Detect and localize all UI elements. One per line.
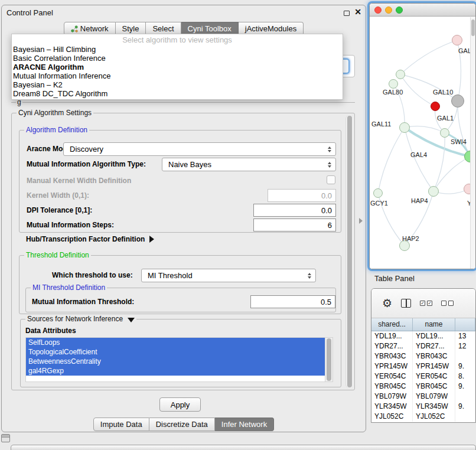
column-header-name[interactable]: name [413,318,455,331]
network-node[interactable] [440,128,449,138]
table-cell: 9. [455,381,475,392]
network-scrollbar[interactable] [470,17,475,269]
deselect-all-icon[interactable] [441,301,454,306]
mi-threshold-input[interactable]: 0.5 [250,295,335,308]
algorithm-option-basic-correlation-inference[interactable]: Basic Correlation Inference [12,54,343,63]
settings-gear-icon[interactable]: ⚙ [382,298,392,309]
network-window-titlebar[interactable] [370,4,475,17]
which-threshold-label: Which threshold to use: [52,271,133,279]
algorithm-option-dream8-dc-tdc-algorithm[interactable]: Dream8 DC_TDC Algorithm [12,89,343,98]
algorithm-option-bayesian-hill-climbing[interactable]: Bayesian – Hill Climbing [12,45,343,54]
table-row[interactable]: YDL19...YDL19...13 [371,331,475,341]
chevron-down-icon [128,318,135,322]
table-row[interactable]: YBL079WYBL079W [371,392,475,402]
mi-steps-input[interactable]: 6 [253,219,336,231]
attribute-gal4rgexp[interactable]: gal4RGexp [26,366,325,376]
table-row[interactable]: YER054CYER054C8. [371,371,475,381]
apply-button[interactable]: Apply [159,397,201,412]
network-canvas[interactable]: GALGAL80GAL10GAL1GAL11SWI4GAL4GCY1HAP4YH… [370,17,475,269]
network-node[interactable] [428,186,439,197]
table-panel-title: Table Panel [374,274,415,283]
table-row[interactable]: YLR345WYLR345W9. [371,402,475,412]
sources-section-toggle[interactable]: Sources for Network Inference [25,315,136,323]
table-row[interactable]: YJL052CYJL052C [371,412,475,422]
network-edge[interactable] [458,101,470,156]
node-label-gal: GAL [458,47,471,54]
network-node[interactable] [389,79,398,89]
manual-kernel-checkbox [327,175,335,184]
table-cell: YJL052C [371,412,413,422]
algorithm-option-bayesian-k2[interactable]: Bayesian – K2 [12,80,343,89]
tab-discretize-data[interactable]: Discretize Data [149,418,215,431]
table-cell: YBR045C [371,381,413,392]
column-header-shared[interactable]: shared... [371,318,413,331]
minimized-panel-icon[interactable] [1,434,10,442]
data-attributes-list[interactable]: SelfLoopsTopologicalCoefficientBetweenne… [25,337,333,382]
aracne-mode-select[interactable]: Discovery [63,142,336,156]
tab-impute-data[interactable]: Impute Data [93,418,149,431]
control-panel-window: Control Panel ✕ NetworkStyleSelectCyni T… [1,5,366,432]
table-row[interactable]: YPR145WYPR145W9. [371,361,475,371]
dpi-tolerance-label: DPI Tolerance [0,1]: [27,206,92,214]
table-cell: YBR043C [371,351,413,361]
table-cell: YDL19... [413,331,455,341]
sources-group: Sources for Network Inference Data Attri… [20,319,341,387]
network-edge[interactable] [378,128,405,193]
network-node[interactable] [451,94,464,107]
hub-section-toggle[interactable]: Hub/Transcription Factor Definition [26,235,154,243]
algorithm-dropdown-popup: Select algorithm to view settings Bayesi… [11,34,343,100]
popup-placeholder: Select algorithm to view settings [12,35,343,45]
network-node[interactable] [373,188,383,198]
attribute-betweennesscentrality[interactable]: BetweennessCentrality [26,357,325,366]
close-traffic-light-icon[interactable] [374,6,382,14]
table-row[interactable]: YDR27...YDR27...12 [371,341,475,351]
network-edge[interactable] [400,40,457,74]
which-threshold-select[interactable]: MI Threshold [141,269,316,282]
column-header-col3[interactable] [455,318,475,331]
dpi-tolerance-input[interactable]: 0.0 [253,204,336,217]
network-node[interactable] [452,35,462,45]
table-cell: YBL079W [413,392,455,402]
minimize-traffic-light-icon[interactable] [385,6,392,14]
tab-infer-network[interactable]: Infer Network [215,418,274,431]
node-label-gal11: GAL11 [371,120,391,128]
table-row[interactable]: YBR045CYBR045C9. [371,381,475,392]
network-node[interactable] [431,102,440,111]
attribute-topologicalcoefficient[interactable]: TopologicalCoefficient [26,347,325,357]
node-label-hap2: HAP2 [402,235,419,242]
table-cell: YJL052C [413,412,455,422]
bottom-window-edge[interactable] [11,445,476,450]
network-window[interactable]: GALGAL80GAL10GAL1GAL11SWI4GAL4GCY1HAP4YH… [369,3,476,269]
table-cell [455,392,475,402]
attributes-scrollbar[interactable] [325,338,332,381]
table-row[interactable]: YBR043CYBR043C [371,351,475,361]
tab-label: Impute Data [100,420,142,429]
chevron-right-icon [149,236,154,243]
mi-algorithm-type-value: Naive Bayes [168,160,211,169]
mi-threshold-group: MI Threshold Definition Mutual Informati… [25,288,336,312]
float-window-icon[interactable] [344,11,350,16]
network-icon [71,25,78,32]
close-icon[interactable]: ✕ [354,7,361,17]
mi-threshold-label: Mutual Information Threshold: [32,298,134,306]
mi-steps-label: Mutual Information Steps: [27,221,114,229]
select-all-icon[interactable]: ✓✓ [420,301,432,306]
network-edge[interactable] [400,74,458,101]
which-threshold-value: MI Threshold [148,271,193,280]
attribute-selfloops[interactable]: SelfLoops [26,338,325,347]
algorithm-definition-group: Algorithm Definition Aracne Mode: Discov… [19,130,341,233]
aracne-mode-value: Discovery [70,145,103,154]
sources-section-label: Sources for Network Inference [27,315,123,323]
network-node[interactable] [396,70,405,79]
algorithm-option-aracne-algorithm[interactable]: ARACNE Algorithm [12,63,343,71]
node-label-hap4: HAP4 [411,197,428,204]
mi-algorithm-type-select[interactable]: Naive Bayes [162,158,336,171]
zoom-traffic-light-icon[interactable] [396,6,403,14]
table-cell: YER054C [413,371,455,381]
algorithm-option-mutual-information-inference[interactable]: Mutual Information Inference [12,71,343,80]
settings-scrollbar[interactable] [345,115,353,388]
column-view-icon[interactable] [401,299,411,308]
table-cell: YDR27... [371,341,413,351]
panel-collapse-icon[interactable] [359,218,363,224]
network-node[interactable] [399,122,410,133]
